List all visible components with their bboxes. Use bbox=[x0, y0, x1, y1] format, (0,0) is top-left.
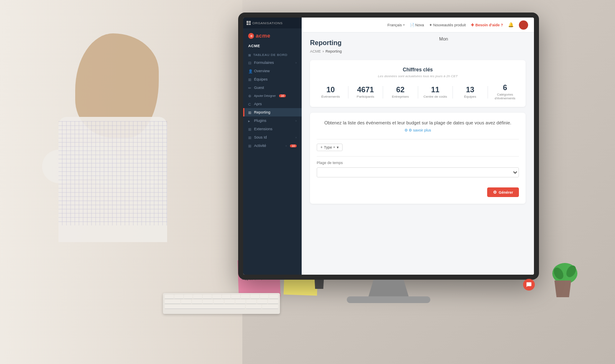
language-chevron: ▾ bbox=[403, 23, 405, 27]
kb-key bbox=[241, 295, 250, 299]
kb-key bbox=[203, 300, 213, 304]
divider-5 bbox=[488, 86, 488, 99]
plage-select[interactable] bbox=[317, 167, 519, 177]
plugins-label: Plugins bbox=[254, 119, 267, 123]
aprs-icon: C bbox=[248, 102, 252, 106]
sidebar-item-aprs[interactable]: C Aprs bbox=[243, 100, 302, 108]
chiffre-evenements: 10 Événements bbox=[317, 86, 345, 99]
nouveautes-button[interactable]: ✦ Nouveautés produit bbox=[429, 23, 466, 27]
aprs-label: Aprs bbox=[254, 102, 262, 106]
savoir-plus-label: ⚙ savoir plus bbox=[409, 128, 431, 134]
ajouter-icon: ⊕ bbox=[248, 94, 252, 98]
breadcrumb-current: Reporting bbox=[325, 49, 342, 53]
keyboard-row-3 bbox=[165, 305, 278, 309]
sidebar-item-ajouter[interactable]: ⊕ Ajouter Désigner 16 bbox=[243, 92, 302, 100]
help-button[interactable]: ✚ Besoin d'aide ? bbox=[471, 23, 503, 27]
sidebar-org-name: ACME bbox=[243, 43, 302, 51]
section-divider bbox=[317, 139, 519, 139]
help-cross-icon: ✚ bbox=[471, 23, 474, 27]
page-icon: 📄 bbox=[410, 23, 414, 27]
chiffre-centre: 11 Centre de coûts bbox=[422, 86, 450, 99]
language-selector[interactable]: Français ▾ bbox=[387, 23, 405, 27]
help-label: Besoin d'aide ? bbox=[475, 23, 503, 27]
kb-key bbox=[224, 300, 235, 304]
breadcrumb: ACME › Reporting bbox=[310, 49, 526, 53]
kb-key bbox=[262, 305, 278, 309]
plugins-icon: ▸ bbox=[248, 119, 252, 123]
sidebar-item-plugins[interactable]: ▸ Plugins › bbox=[243, 116, 302, 125]
sidebar-item-sousid[interactable]: ⊞ Sous Id › bbox=[243, 133, 302, 142]
type-chevron: ▾ bbox=[337, 145, 339, 149]
overview-label: Overview bbox=[254, 69, 270, 73]
plage-temps-label: Plage de temps bbox=[317, 161, 519, 165]
generate-icon: ⚙ bbox=[493, 190, 497, 195]
entreprises-label: Entreprises bbox=[386, 95, 414, 99]
centre-label: Centre de coûts bbox=[422, 95, 450, 99]
participants-number: 4671 bbox=[352, 86, 380, 94]
divider-4 bbox=[452, 86, 453, 99]
kb-key bbox=[222, 295, 231, 299]
sidebar-item-reporting[interactable]: ⊞ Reporting bbox=[243, 108, 302, 116]
user-avatar[interactable] bbox=[519, 20, 528, 30]
keyboard-row-2 bbox=[165, 300, 278, 304]
sidebar-item-equipes[interactable]: ⊞ Équipes bbox=[243, 75, 302, 83]
centre-number: 11 bbox=[422, 86, 450, 94]
equipes-stat-label: Équipes bbox=[456, 95, 484, 99]
type-row: + Type + ▾ bbox=[317, 144, 519, 151]
monitor: ORGANISATIONS ◎ acme ACME ⊞ TABLEAU DE B… bbox=[238, 13, 539, 296]
sidebar: ORGANISATIONS ◎ acme ACME ⊞ TABLEAU DE B… bbox=[243, 18, 302, 275]
sidebar-item-activite[interactable]: ⊞ Activité › 10 bbox=[243, 142, 302, 150]
sidebar-logo[interactable]: ◎ acme bbox=[243, 28, 302, 43]
reporting-description: Obtenez la liste des événements et leur … bbox=[317, 119, 519, 133]
generate-button[interactable]: ⚙ Générer bbox=[487, 187, 519, 197]
monitor-base bbox=[347, 296, 430, 303]
kb-key bbox=[184, 295, 193, 299]
kb-key bbox=[193, 295, 202, 299]
kb-key bbox=[246, 300, 257, 304]
chiffre-participants: 4671 Participants bbox=[352, 86, 380, 99]
kb-key bbox=[231, 295, 240, 299]
orgs-label: ORGANISATIONS bbox=[252, 21, 283, 25]
monitor-screen: ORGANISATIONS ◎ acme ACME ⊞ TABLEAU DE B… bbox=[243, 18, 534, 275]
chiffre-entreprises: 62 Entreprises bbox=[386, 86, 414, 99]
logo-icon: ◎ bbox=[248, 33, 254, 39]
generate-row: ⚙ Générer bbox=[317, 187, 519, 197]
nova-button[interactable]: 📄 Nova bbox=[410, 23, 424, 27]
chiffres-grid: 10 Événements 4671 Participants 62 bbox=[317, 84, 519, 100]
breadcrumb-home[interactable]: ACME bbox=[310, 49, 321, 53]
chiffre-equipes: 13 Équipes bbox=[456, 86, 484, 99]
savoir-plus-icon: ⚙ bbox=[404, 128, 408, 134]
ajouter-label: Ajouter Désigner bbox=[254, 94, 276, 97]
sidebar-item-formulaires[interactable]: ⊟ Formulaires › bbox=[243, 58, 302, 67]
kb-key bbox=[257, 300, 267, 304]
chiffres-card: Chiffres clés Les données sont actualisé… bbox=[310, 60, 526, 107]
keyboard[interactable] bbox=[163, 293, 280, 314]
guest-label: Guest bbox=[254, 86, 264, 90]
participants-label: Participants bbox=[352, 95, 380, 99]
chiffre-categories: 6 Catégories d'événements bbox=[491, 84, 519, 100]
sidebar-item-overview[interactable]: 👤 Overview bbox=[243, 67, 302, 75]
divider-2 bbox=[383, 86, 383, 99]
divider-1 bbox=[348, 86, 348, 99]
nova-label: Nova bbox=[415, 23, 424, 27]
sidebar-item-extensions[interactable]: ⊞ Extensions bbox=[243, 125, 302, 133]
topbar: Français ▾ 📄 Nova ✦ Nouveautés produit ✚… bbox=[302, 18, 534, 33]
kb-key bbox=[268, 300, 278, 304]
savoir-plus-link[interactable]: ⚙ ⚙ savoir plus bbox=[404, 128, 431, 134]
page-content-area: Reporting ACME › Reporting Chiffres clés… bbox=[302, 33, 534, 275]
formulaires-icon: ⊟ bbox=[248, 61, 252, 65]
kb-key bbox=[260, 295, 269, 299]
notification-bell[interactable]: 🔔 bbox=[508, 22, 514, 28]
kb-key bbox=[235, 300, 246, 304]
type-select[interactable]: + Type + ▾ bbox=[317, 144, 343, 151]
plant-pot bbox=[552, 281, 573, 297]
sousid-chevron: › bbox=[295, 136, 297, 139]
evenements-number: 10 bbox=[317, 86, 345, 94]
sousid-label: Sous Id bbox=[254, 135, 267, 139]
sidebar-item-guest[interactable]: ✏ Guest bbox=[243, 83, 302, 92]
breadcrumb-separator: › bbox=[323, 49, 324, 53]
mon-label: Mon bbox=[439, 36, 448, 41]
reporting-label: Reporting bbox=[254, 110, 270, 114]
keyboard-row-1 bbox=[165, 295, 278, 299]
logo-text: acme bbox=[256, 33, 270, 39]
